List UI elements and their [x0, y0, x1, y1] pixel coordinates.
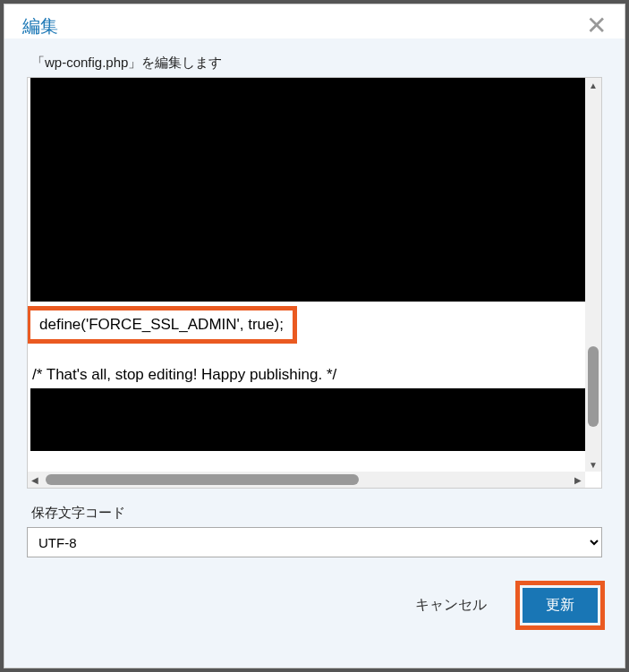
edit-file-label: 「wp-config.php」を編集します: [27, 55, 602, 72]
update-button-highlight: 更新: [515, 581, 605, 630]
dialog-body: 「wp-config.php」を編集します define('FORCE_SSL_…: [4, 38, 625, 668]
update-button[interactable]: 更新: [523, 588, 598, 623]
code-editor[interactable]: define('FORCE_SSL_ADMIN', true); /* That…: [27, 77, 602, 489]
code-define-line: define('FORCE_SSL_ADMIN', true);: [39, 316, 284, 333]
vertical-scrollbar[interactable]: ▲ ▼: [585, 78, 601, 472]
highlighted-code-box: define('FORCE_SSL_ADMIN', true);: [28, 306, 297, 344]
close-icon[interactable]: ✕: [586, 13, 607, 38]
dialog-header: 編集 ✕: [4, 4, 625, 38]
encoding-label: 保存文字コード: [27, 505, 602, 522]
dialog-footer: キャンセル 更新: [4, 566, 625, 646]
editor-content[interactable]: define('FORCE_SSL_ADMIN', true); /* That…: [28, 78, 585, 472]
scroll-left-icon[interactable]: ◀: [28, 472, 42, 488]
horizontal-scroll-thumb[interactable]: [46, 474, 359, 485]
vertical-scroll-thumb[interactable]: [588, 346, 599, 427]
scroll-right-icon[interactable]: ▶: [571, 472, 585, 488]
redacted-block-top: [30, 78, 585, 302]
horizontal-scrollbar[interactable]: ◀ ▶: [28, 472, 585, 488]
scroll-down-icon[interactable]: ▼: [585, 457, 601, 472]
scroll-up-icon[interactable]: ▲: [585, 78, 601, 92]
encoding-select[interactable]: UTF-8: [27, 527, 602, 557]
cancel-button[interactable]: キャンセル: [403, 587, 499, 624]
redacted-block-bottom: [30, 388, 585, 451]
dialog-title: 編集: [22, 14, 58, 38]
code-comment-line: /* That's all, stop editing! Happy publi…: [32, 366, 336, 384]
edit-dialog: 編集 ✕ 「wp-config.php」を編集します define('FORCE…: [4, 4, 625, 668]
